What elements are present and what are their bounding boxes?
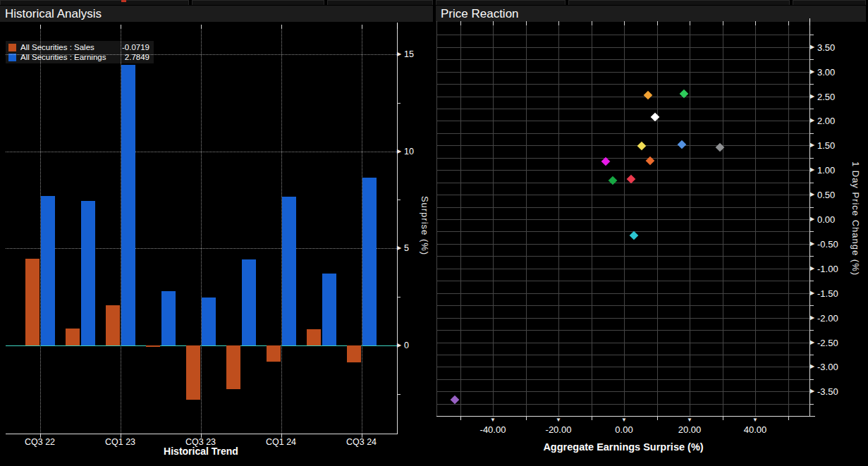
x-axis-title-right: Aggregate Earnings Surprise (%) <box>543 441 703 453</box>
y-tick-label: -1.00 <box>817 263 838 274</box>
left-plot-area[interactable] <box>6 25 397 434</box>
y-tick-minor <box>809 133 814 134</box>
y-tick-arrow-icon: ▶ <box>810 315 814 321</box>
x-tick-arrow-icon: ▼ <box>556 417 561 423</box>
y-tick-label: 0.50 <box>817 190 835 200</box>
y-tick-label: -3.50 <box>817 386 838 397</box>
bar-sales[interactable] <box>66 329 80 345</box>
panel-title-bar-left: Historical Analysis <box>0 6 433 22</box>
x-tick-label: CQ1 23 <box>105 437 135 447</box>
y-tick-minor <box>809 305 814 306</box>
x-tick-label: -20.00 <box>546 424 572 435</box>
x-tick <box>121 434 121 438</box>
y-tick-label: 5 <box>404 243 409 253</box>
scatter-point[interactable] <box>677 140 686 149</box>
y-tick-arrow-icon: ▶ <box>810 44 814 50</box>
scatter-point[interactable] <box>651 112 660 121</box>
bar-earnings[interactable] <box>41 196 55 345</box>
x-tick <box>40 434 41 438</box>
y-tick-arrow-icon: ▶ <box>810 216 814 222</box>
y-tick-arrow-icon: ▶ <box>810 241 814 247</box>
bar-earnings[interactable] <box>81 201 95 345</box>
bar-sales[interactable] <box>146 345 160 347</box>
bar-earnings[interactable] <box>202 298 216 345</box>
x-axis-line <box>436 416 815 417</box>
y-tick-label: -2.00 <box>817 312 838 323</box>
gridline-v <box>558 21 559 416</box>
bar-earnings[interactable] <box>121 65 135 345</box>
x-tick-label: 20.00 <box>678 424 702 435</box>
y-tick-arrow-icon: ▶ <box>810 167 814 173</box>
bar-sales[interactable] <box>186 345 200 400</box>
scatter-point[interactable] <box>630 231 639 240</box>
y-tick-arrow-icon: ▶ <box>397 245 401 251</box>
x-axis-line <box>6 434 398 434</box>
y-tick-minor <box>809 183 814 183</box>
gridline-v <box>460 21 461 416</box>
bar-sales[interactable] <box>226 345 240 389</box>
y-tick-label: 15 <box>404 49 414 59</box>
bar-sales[interactable] <box>106 305 120 345</box>
right-plot-area[interactable] <box>436 21 809 416</box>
y-tick-arrow-icon: ▶ <box>810 94 814 99</box>
y-tick-label: 3.50 <box>817 42 835 52</box>
gridline-v <box>436 21 437 416</box>
bar-earnings[interactable] <box>242 259 256 345</box>
y-tick-minor <box>809 379 814 380</box>
y-tick-minor <box>397 394 401 395</box>
top-tick <box>397 23 398 29</box>
bar-earnings[interactable] <box>282 197 296 345</box>
panel-title-bar-right: Price Reaction <box>436 6 866 22</box>
gridline-v <box>592 21 592 416</box>
x-tick-minor <box>657 416 658 420</box>
y-tick-minor <box>397 200 401 200</box>
y-tick-minor <box>397 103 401 104</box>
panel-title-right: Price Reaction <box>436 7 519 21</box>
y-tick-arrow-icon: ▶ <box>810 192 814 197</box>
chrome-segment <box>0 0 189 5</box>
gridline-v <box>526 21 527 416</box>
panel-title-left: Historical Analysis <box>0 7 102 21</box>
x-axis-title-left: Historical Trend <box>164 446 238 457</box>
zero-line <box>6 345 397 346</box>
y-tick-arrow-icon: ▶ <box>810 69 814 75</box>
x-tick <box>281 434 282 438</box>
y-tick-label: -3.00 <box>817 362 838 372</box>
gridline-v <box>690 21 690 416</box>
y-axis-title-left: Surprise (%) <box>420 196 430 255</box>
scatter-point[interactable] <box>451 395 460 404</box>
y-tick-label: 3.00 <box>817 66 835 77</box>
scatter-point[interactable] <box>637 142 647 151</box>
bar-earnings[interactable] <box>322 274 336 345</box>
y-tick-label: 1.00 <box>817 165 835 176</box>
x-tick-minor <box>526 416 527 420</box>
y-tick-label: 2.50 <box>817 91 835 102</box>
y-tick-arrow-icon: ▶ <box>397 149 401 154</box>
bar-earnings[interactable] <box>362 178 377 345</box>
y-tick-minor <box>809 207 814 208</box>
x-tick-arrow-icon: ▼ <box>490 417 496 423</box>
bar-sales[interactable] <box>347 345 361 362</box>
chrome-segment <box>793 0 866 5</box>
app-canvas: Historical Analysis Price Reaction All S… <box>0 0 868 466</box>
y-tick-label: -2.50 <box>817 337 838 348</box>
x-tick-minor <box>460 416 461 420</box>
x-tick <box>201 434 202 438</box>
scatter-point[interactable] <box>643 91 652 100</box>
bar-sales[interactable] <box>25 259 39 345</box>
chrome-segment <box>568 0 790 5</box>
y-tick-label: 2.00 <box>817 116 835 126</box>
y-tick-arrow-icon: ▶ <box>810 340 814 345</box>
gridline-v <box>788 21 789 416</box>
y-tick-arrow-icon: ▶ <box>397 51 401 57</box>
gridline-v <box>493 21 494 416</box>
y-tick-arrow-icon: ▶ <box>810 118 814 123</box>
gridline-v <box>624 21 625 416</box>
bar-sales[interactable] <box>267 345 281 362</box>
y-tick-minor <box>809 281 814 281</box>
bar-sales[interactable] <box>307 329 321 345</box>
y-axis-line <box>809 21 810 416</box>
scatter-point[interactable] <box>609 176 618 185</box>
gridline-v <box>657 21 658 416</box>
bar-earnings[interactable] <box>161 291 176 345</box>
